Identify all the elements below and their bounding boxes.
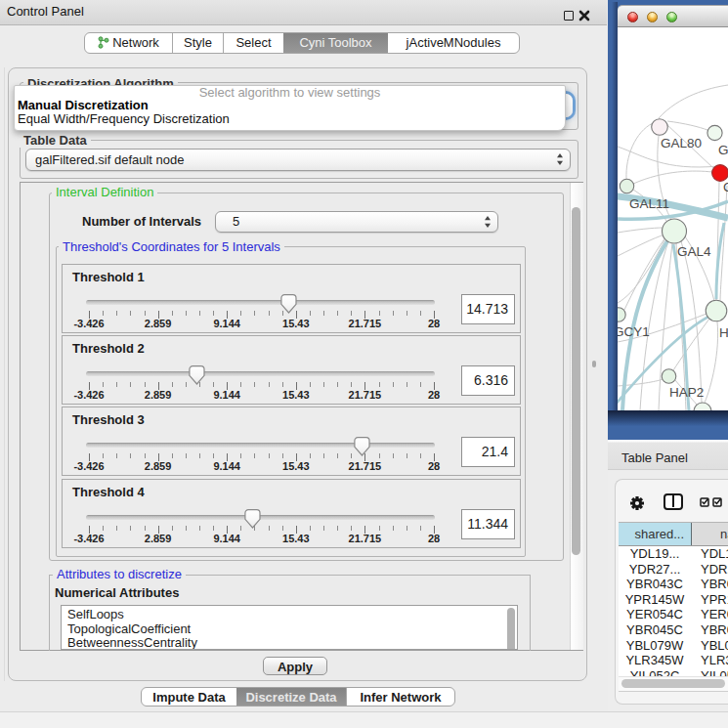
svg-text:GAL4: GAL4 <box>677 244 711 259</box>
svg-text:GCY1: GCY1 <box>618 324 650 339</box>
svg-text:HAP2: HAP2 <box>669 385 704 400</box>
svg-text:H: H <box>719 325 728 340</box>
svg-text:GAL11: GAL11 <box>629 196 669 211</box>
svg-text:GAL80: GAL80 <box>661 136 702 150</box>
svg-text:G: G <box>718 143 728 157</box>
svg-text:C: C <box>723 180 728 194</box>
